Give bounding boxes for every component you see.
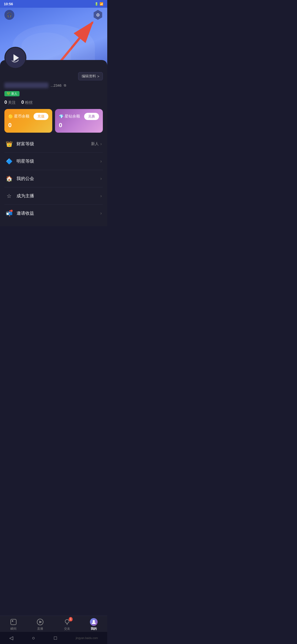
battery-icon: 🔋 [95,2,98,6]
fans-label: 粉丝 [25,100,33,105]
username-blurred [4,83,48,88]
menu-item-invite[interactable]: 📬 邀请收益 › [4,205,103,222]
chevron-right-icon5: › [100,211,102,216]
edit-profile-button[interactable]: 编辑资料 > [78,72,103,80]
menu-left-star: 🔷 明星等级 [6,158,34,165]
edit-profile-label: 编辑资料 [82,74,96,79]
menu-right-wealth: 新人 › [91,141,102,146]
star-coin-icon: 🟡 [8,114,13,119]
follow-count: 0 [4,100,7,105]
wealth-badge: 新人 [91,141,99,146]
edit-profile-chevron: > [97,74,99,78]
status-icons: 🔋 📶 [95,2,103,6]
star-diamond-title: 💎 星钻余额 [59,114,80,119]
follow-label: 关注 [8,100,16,105]
new-user-badge: 💚 新人 [4,91,20,96]
headphone-icon: 🎧 [7,12,12,18]
badge-row: 💚 新人 [4,91,103,96]
recharge-button[interactable]: 充值 [34,113,48,120]
badge-icon: 💚 [7,92,10,95]
wallet-top-orange: 🟡 星币余额 充值 [8,113,48,120]
invite-label: 邀请收益 [16,211,34,216]
star-coin-title: 🟡 星币余额 [8,114,29,119]
menu-right-guild: › [100,176,102,181]
menu-left-wealth: 👑 财富等级 [6,140,34,148]
menu-item-streamer[interactable]: ☆ 成为主播 › [4,187,103,205]
chevron-right-icon3: › [100,176,102,181]
star-icon: ☆ [6,192,13,200]
menu-right-invite: › [100,211,102,216]
crown-icon: 👑 [6,140,13,148]
settings-icon: ⚙ [96,12,100,18]
badge-label: 新人 [11,92,17,96]
menu-left-streamer: ☆ 成为主播 [6,192,34,200]
star-coin-card[interactable]: 🟡 星币余额 充值 0 [4,109,52,133]
svg-line-1 [61,23,92,61]
menu-item-wealth[interactable]: 👑 财富等级 新人 › [4,135,103,153]
menu-right-star: › [100,159,102,164]
star-coin-amount: 0 [8,122,48,129]
chevron-right-icon2: › [100,159,102,164]
wallet-row: 🟡 星币余额 充值 0 💎 星钻余额 兑换 0 [4,109,103,133]
chevron-right-icon: › [100,141,102,146]
streamer-label: 成为主播 [16,193,34,199]
copy-icon[interactable]: ⧉ [64,83,66,87]
header-icons: 🎧 ⚙ [0,10,107,20]
status-bar: 10:56 🔋 📶 [0,0,107,8]
username-row: ...2346 ⧉ [4,83,103,88]
star-diamond-icon: 💎 [59,114,64,119]
menu-list: 👑 财富等级 新人 › 🔷 明星等级 › 🏠 [4,135,103,222]
invite-icon-wrap: 📬 [6,210,13,217]
user-id: ...2346 [51,83,62,88]
guild-label: 我的公会 [16,176,34,182]
menu-right-streamer: › [100,193,102,198]
avatar[interactable] [4,47,26,69]
red-arrow-annotation [44,19,99,63]
avatar-logo [9,51,22,65]
menu-item-guild[interactable]: 🏠 我的公会 › [4,170,103,187]
diamond-icon: 🔷 [6,158,13,165]
signal-icon: 📶 [100,2,103,6]
headphone-button[interactable]: 🎧 [4,10,14,20]
fans-count: 0 [21,100,24,105]
notification-dot [10,210,13,212]
star-diamond-card[interactable]: 💎 星钻余额 兑换 0 [55,109,103,133]
wealth-level-label: 财富等级 [16,141,34,147]
settings-button[interactable]: ⚙ [93,10,103,20]
guild-icon: 🏠 [6,175,13,182]
menu-left-guild: 🏠 我的公会 [6,175,34,182]
fans-count-item[interactable]: 0 粉丝 [21,100,32,105]
menu-left-invite: 📬 邀请收益 [6,210,34,217]
star-diamond-amount: 0 [59,122,99,129]
status-time: 10:56 [4,2,13,6]
star-level-label: 明星等级 [16,159,34,164]
menu-item-star[interactable]: 🔷 明星等级 › [4,153,103,170]
profile-section: 编辑资料 > ...2346 ⧉ 💚 新人 0 关注 0 粉丝 [0,60,107,226]
avatar-inner [5,48,26,68]
follow-count-item[interactable]: 0 关注 [4,100,16,105]
follow-row: 0 关注 0 粉丝 [4,100,103,105]
wallet-top-purple: 💎 星钻余额 兑换 [59,113,99,120]
exchange-button[interactable]: 兑换 [84,113,99,120]
chevron-right-icon4: › [100,193,102,198]
